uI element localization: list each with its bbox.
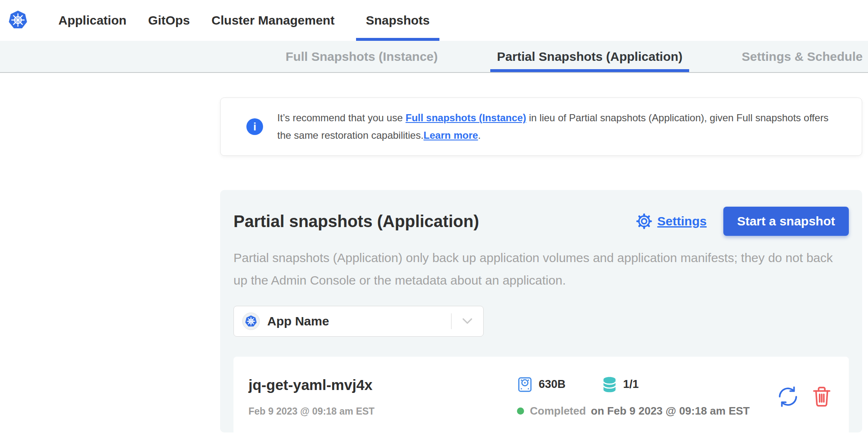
snapshot-status-row: Completed on Feb 9 2023 @ 09:18 am EST: [517, 405, 776, 418]
snapshot-metrics: 630B 1/1: [517, 376, 776, 393]
nav-item-snapshots[interactable]: Snapshots: [356, 0, 439, 41]
callout-text-end: .: [478, 130, 481, 141]
snapshot-size-metric: 630B: [517, 377, 566, 392]
panel-description: Partial snapshots (Application) only bac…: [233, 247, 849, 292]
snapshot-row: jq-get-yaml-mvj4x Feb 9 2023 @ 09:18 am …: [233, 357, 849, 437]
partial-snapshots-panel: Partial snapshots (Application): [220, 190, 862, 432]
learn-more-link[interactable]: Learn more: [424, 130, 478, 141]
snapshot-started-at: Feb 9 2023 @ 09:18 am EST: [248, 406, 517, 417]
snapshot-volumes: 1/1: [623, 378, 639, 391]
gear-icon: [636, 213, 652, 230]
disk-icon: [517, 377, 533, 392]
settings-label: Settings: [657, 214, 707, 228]
snapshot-size: 630B: [539, 378, 566, 391]
main-nav: Application GitOps Cluster Management Sn…: [58, 0, 439, 41]
database-icon: [602, 376, 617, 393]
app-name-select[interactable]: App Name: [233, 306, 484, 337]
kubernetes-logo-icon: [8, 10, 28, 30]
snapshot-volumes-metric: 1/1: [602, 376, 639, 393]
panel-header: Partial snapshots (Application): [233, 207, 849, 236]
callout-text: It’s recommend that you use Full snapsho…: [277, 109, 843, 144]
delete-snapshot-button[interactable]: [812, 386, 831, 407]
panel-title: Partial snapshots (Application): [233, 212, 479, 231]
info-icon: i: [246, 118, 263, 135]
nav-item-cluster-management[interactable]: Cluster Management: [211, 0, 334, 41]
full-snapshots-link[interactable]: Full snapshots (Instance): [406, 112, 526, 123]
restore-snapshot-button[interactable]: [776, 385, 800, 408]
recommendation-callout: i It’s recommend that you use Full snaps…: [220, 98, 862, 156]
nav-item-application[interactable]: Application: [58, 0, 126, 41]
status-dot-icon: [517, 408, 524, 415]
snapshot-name: jq-get-yaml-mvj4x: [248, 377, 517, 393]
tab-settings-schedule[interactable]: Settings & Schedule: [735, 41, 868, 72]
snapshot-settings-link[interactable]: Settings: [636, 213, 707, 230]
start-snapshot-button[interactable]: Start a snapshot: [723, 207, 849, 236]
nav-item-gitops[interactable]: GitOps: [148, 0, 190, 41]
snapshots-page: Application GitOps Cluster Management Sn…: [0, 0, 868, 440]
trash-icon: [812, 386, 831, 407]
callout-text-start: It’s recommend that you use: [277, 112, 406, 123]
tab-partial-snapshots[interactable]: Partial Snapshots (Application): [490, 41, 689, 72]
top-nav: Application GitOps Cluster Management Sn…: [0, 0, 868, 41]
snapshots-tabbar: Full Snapshots (Instance) Partial Snapsh…: [0, 41, 868, 73]
snapshot-details: 630B 1/1: [517, 376, 776, 418]
snapshot-actions: [776, 385, 831, 408]
snapshots-tabs: Full Snapshots (Instance) Partial Snapsh…: [279, 41, 868, 72]
snapshot-finished-at: on Feb 9 2023 @ 09:18 am EST: [591, 405, 750, 418]
tab-full-snapshots[interactable]: Full Snapshots (Instance): [279, 41, 444, 72]
snapshot-status: Completed: [530, 405, 586, 418]
snapshot-main: jq-get-yaml-mvj4x Feb 9 2023 @ 09:18 am …: [248, 377, 517, 417]
panel-actions: Settings Start a snapshot: [636, 207, 849, 236]
chevron-down-icon[interactable]: [452, 318, 483, 325]
app-select-value: App Name: [267, 314, 329, 328]
app-kubernetes-icon: [242, 312, 260, 330]
restore-icon: [776, 385, 800, 408]
